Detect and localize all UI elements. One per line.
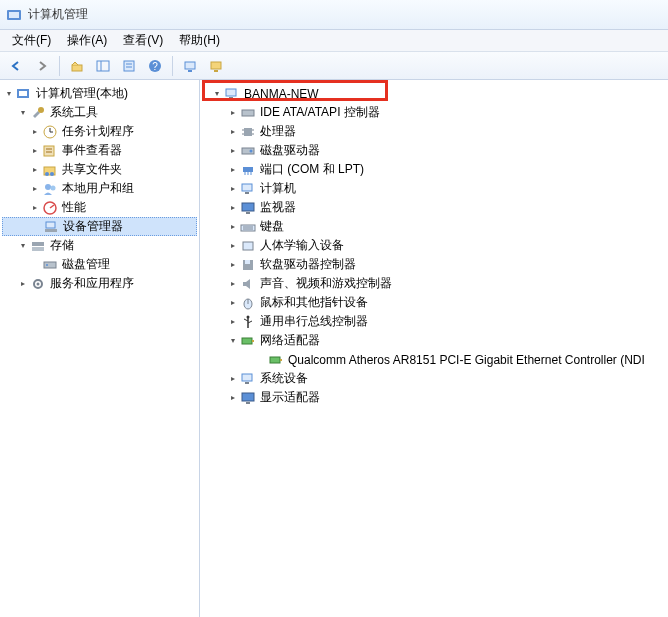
up-button[interactable] bbox=[65, 55, 89, 77]
tree-label: 声音、视频和游戏控制器 bbox=[258, 275, 394, 292]
svg-rect-40 bbox=[242, 110, 254, 116]
device-floppy-controllers[interactable]: ▸ 软盘驱动器控制器 bbox=[202, 255, 666, 274]
expand-icon[interactable]: ▸ bbox=[18, 279, 28, 289]
clock-icon bbox=[42, 124, 58, 140]
tree-label: 键盘 bbox=[258, 218, 286, 235]
disk-icon bbox=[240, 143, 256, 159]
tree-label: 人体学输入设备 bbox=[258, 237, 346, 254]
expand-icon[interactable]: ▸ bbox=[228, 279, 238, 289]
menu-view[interactable]: 查看(V) bbox=[115, 30, 171, 51]
svg-rect-2 bbox=[72, 65, 82, 71]
tree-root-computer-management[interactable]: ▾ 计算机管理(本地) bbox=[2, 84, 197, 103]
expand-icon[interactable]: ▾ bbox=[4, 89, 14, 99]
expand-icon[interactable]: ▸ bbox=[228, 146, 238, 156]
device-computer[interactable]: ▸ 计算机 bbox=[202, 179, 666, 198]
view-devices-button[interactable] bbox=[178, 55, 202, 77]
storage-icon bbox=[30, 238, 46, 254]
device-ports[interactable]: ▸ 端口 (COM 和 LPT) bbox=[202, 160, 666, 179]
device-disk-drives[interactable]: ▸ 磁盘驱动器 bbox=[202, 141, 666, 160]
expand-icon[interactable]: ▸ bbox=[228, 241, 238, 251]
svg-rect-56 bbox=[241, 225, 255, 231]
tree-device-manager[interactable]: ▸ 设备管理器 bbox=[2, 217, 197, 236]
menu-action[interactable]: 操作(A) bbox=[59, 30, 115, 51]
svg-rect-13 bbox=[214, 70, 218, 72]
device-mice[interactable]: ▸ 鼠标和其他指针设备 bbox=[202, 293, 666, 312]
expand-icon[interactable]: ▸ bbox=[228, 317, 238, 327]
tree-local-users-groups[interactable]: ▸ 本地用户和组 bbox=[2, 179, 197, 198]
svg-text:?: ? bbox=[152, 61, 158, 72]
expand-icon[interactable]: ▸ bbox=[228, 184, 238, 194]
users-icon bbox=[42, 181, 58, 197]
svg-rect-67 bbox=[252, 340, 254, 342]
show-hide-tree-button[interactable] bbox=[91, 55, 115, 77]
expand-icon[interactable]: ▾ bbox=[18, 241, 28, 251]
tree-storage[interactable]: ▾ 存储 bbox=[2, 236, 197, 255]
expand-icon[interactable]: ▸ bbox=[228, 260, 238, 270]
device-root[interactable]: ▾ BANMA-NEW bbox=[202, 84, 666, 103]
collapse-icon[interactable]: ▾ bbox=[228, 336, 238, 346]
tree-system-tools[interactable]: ▾ 系统工具 bbox=[2, 103, 197, 122]
expand-icon[interactable]: ▸ bbox=[228, 222, 238, 232]
svg-rect-33 bbox=[32, 247, 44, 251]
tree-label: 端口 (COM 和 LPT) bbox=[258, 161, 366, 178]
tree-label: 共享文件夹 bbox=[60, 161, 124, 178]
expand-icon[interactable]: ▸ bbox=[228, 203, 238, 213]
tree-disk-management[interactable]: ▸ 磁盘管理 bbox=[2, 255, 197, 274]
expand-icon[interactable]: ▸ bbox=[228, 127, 238, 137]
tree-label: 显示适配器 bbox=[258, 389, 322, 406]
tree-event-viewer[interactable]: ▸ 事件查看器 bbox=[2, 141, 197, 160]
device-system-devices[interactable]: ▸ 系统设备 bbox=[202, 369, 666, 388]
svg-rect-48 bbox=[243, 167, 253, 172]
svg-rect-71 bbox=[245, 382, 249, 384]
device-network-adapters[interactable]: ▾ 网络适配器 bbox=[202, 331, 666, 350]
expand-icon[interactable]: ▸ bbox=[30, 146, 40, 156]
svg-point-24 bbox=[45, 172, 49, 176]
device-keyboards[interactable]: ▸ 键盘 bbox=[202, 217, 666, 236]
expand-icon[interactable]: ▸ bbox=[30, 184, 40, 194]
device-processors[interactable]: ▸ 处理器 bbox=[202, 122, 666, 141]
svg-rect-30 bbox=[46, 222, 55, 228]
menu-file[interactable]: 文件(F) bbox=[4, 30, 59, 51]
expand-icon[interactable]: ▸ bbox=[30, 165, 40, 175]
tree-task-scheduler[interactable]: ▸ 任务计划程序 bbox=[2, 122, 197, 141]
device-display-adapters[interactable]: ▸ 显示适配器 bbox=[202, 388, 666, 407]
collapse-icon[interactable]: ▾ bbox=[212, 89, 222, 99]
tree-label: 设备管理器 bbox=[61, 218, 125, 235]
expand-icon[interactable]: ▸ bbox=[228, 298, 238, 308]
menu-help[interactable]: 帮助(H) bbox=[171, 30, 228, 51]
tree-shared-folders[interactable]: ▸ 共享文件夹 bbox=[2, 160, 197, 179]
device-usb[interactable]: ▸ 通用串行总线控制器 bbox=[202, 312, 666, 331]
svg-rect-70 bbox=[242, 374, 252, 381]
properties-button[interactable] bbox=[117, 55, 141, 77]
expand-icon[interactable]: ▸ bbox=[228, 108, 238, 118]
device-sound[interactable]: ▸ 声音、视频和游戏控制器 bbox=[202, 274, 666, 293]
system-tools-icon bbox=[30, 105, 46, 121]
back-button[interactable] bbox=[4, 55, 28, 77]
forward-button[interactable] bbox=[30, 55, 54, 77]
expand-icon[interactable]: ▸ bbox=[228, 393, 238, 403]
expand-icon[interactable]: ▾ bbox=[18, 108, 28, 118]
device-manager-icon bbox=[43, 219, 59, 235]
tree-performance[interactable]: ▸ 性能 bbox=[2, 198, 197, 217]
services-icon bbox=[30, 276, 46, 292]
svg-rect-20 bbox=[44, 146, 54, 156]
display-adapter-icon bbox=[240, 390, 256, 406]
svg-rect-66 bbox=[242, 338, 252, 344]
expand-icon[interactable]: ▸ bbox=[228, 165, 238, 175]
tree-services-apps[interactable]: ▸ 服务和应用程序 bbox=[2, 274, 197, 293]
device-monitors[interactable]: ▸ 监视器 bbox=[202, 198, 666, 217]
expand-icon[interactable]: ▸ bbox=[30, 127, 40, 137]
svg-rect-31 bbox=[45, 229, 57, 232]
help-button[interactable]: ? bbox=[143, 55, 167, 77]
expand-icon[interactable]: ▸ bbox=[228, 374, 238, 384]
device-network-adapter-item[interactable]: Qualcomm Atheros AR8151 PCI-E Gigabit Et… bbox=[202, 350, 666, 369]
floppy-icon bbox=[240, 257, 256, 273]
view-resources-button[interactable] bbox=[204, 55, 228, 77]
tree-label: 系统设备 bbox=[258, 370, 310, 387]
computer-icon bbox=[224, 86, 240, 102]
svg-rect-61 bbox=[245, 260, 250, 264]
svg-rect-15 bbox=[19, 91, 27, 96]
device-hid[interactable]: ▸ 人体学输入设备 bbox=[202, 236, 666, 255]
device-ide-ata[interactable]: ▸ IDE ATA/ATAPI 控制器 bbox=[202, 103, 666, 122]
expand-icon[interactable]: ▸ bbox=[30, 203, 40, 213]
